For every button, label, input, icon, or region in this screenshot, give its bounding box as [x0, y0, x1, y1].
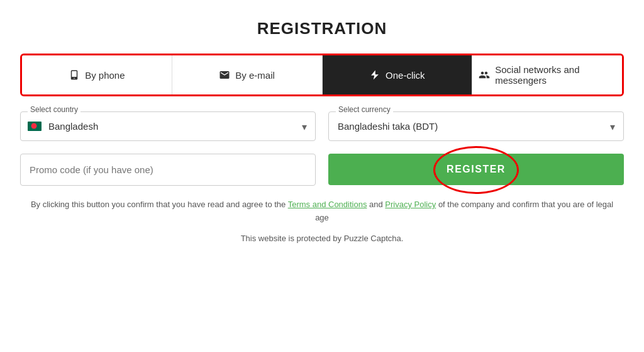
- terms-prefix: By clicking this button you confirm that…: [31, 200, 288, 209]
- phone-icon: [69, 69, 80, 81]
- country-group: Select country Bangladesh ▾: [20, 111, 316, 141]
- terms-link[interactable]: Terms and Conditions: [288, 200, 367, 209]
- email-icon: [219, 69, 230, 81]
- promo-register-row: REGISTER: [20, 154, 624, 186]
- tab-by-phone[interactable]: By phone: [22, 55, 172, 94]
- captcha-text: This website is protected by Puzzle Capt…: [20, 234, 624, 243]
- privacy-link[interactable]: Privacy Policy: [385, 200, 436, 209]
- tab-social-label: Social networks and messengers: [495, 64, 616, 86]
- country-currency-row: Select country Bangladesh ▾ Select curre…: [20, 111, 624, 141]
- tab-one-click[interactable]: One-click: [323, 55, 473, 94]
- bolt-icon: [369, 69, 380, 81]
- tab-one-click-label: One-click: [386, 70, 425, 81]
- currency-label: Select currency: [336, 105, 393, 114]
- country-label: Select country: [28, 105, 80, 114]
- tab-social[interactable]: Social networks and messengers: [472, 55, 622, 94]
- country-select-wrapper: Bangladesh ▾: [20, 111, 316, 141]
- tab-by-email[interactable]: By e-mail: [172, 55, 323, 94]
- registration-container: REGISTRATION By phone By e-mail: [20, 19, 624, 243]
- page-title: REGISTRATION: [20, 19, 624, 38]
- tab-by-phone-label: By phone: [85, 70, 125, 81]
- currency-select-wrapper: Bangladeshi taka (BDT) ▾: [328, 111, 624, 141]
- terms-paragraph: By clicking this button you confirm that…: [20, 198, 624, 225]
- country-select[interactable]: Bangladesh: [20, 111, 316, 141]
- currency-select[interactable]: Bangladeshi taka (BDT): [328, 111, 624, 141]
- tab-by-email-label: By e-mail: [235, 70, 275, 81]
- currency-group: Select currency Bangladeshi taka (BDT) ▾: [328, 111, 624, 141]
- promo-code-input[interactable]: [20, 154, 316, 186]
- register-button[interactable]: REGISTER: [328, 154, 624, 185]
- promo-input-group: [20, 154, 316, 186]
- register-button-wrapper: REGISTER: [328, 154, 624, 186]
- registration-tabs: By phone By e-mail One-click: [20, 54, 624, 96]
- terms-connector: and: [367, 200, 385, 209]
- social-icon: [479, 69, 490, 81]
